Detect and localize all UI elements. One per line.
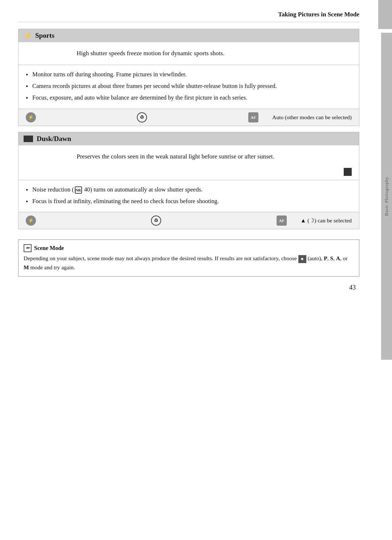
page-number: 43 — [18, 284, 359, 291]
dusk-settings-row: ⚡ ♻ AF ▲ (☽) can be selected — [18, 212, 359, 229]
dusk-title-row: Dusk/Dawn — [19, 132, 359, 145]
top-tab — [378, 0, 392, 29]
note-box: ✏ Scene Mode Depending on your subject, … — [18, 239, 359, 276]
sports-bullets: Monitor turns off during shooting. Frame… — [18, 65, 359, 109]
dusk-swatch — [344, 168, 352, 176]
sports-bullet-3: Focus, exposure, and auto white balance … — [26, 93, 352, 102]
auto-mode-icon: ■ — [298, 255, 306, 263]
sports-mode-icon: ⚡ — [24, 32, 32, 40]
note-pencil-icon: ✏ — [24, 244, 32, 252]
dusk-af-icon: AF — [277, 215, 287, 226]
sports-bullet-2: Camera records pictures at about three f… — [26, 82, 352, 91]
dusk-mode-icon — [24, 136, 33, 142]
sports-settings-row: ⚡ ♻ AF Auto (other modes can be selected… — [18, 109, 359, 126]
sports-title-row: ⚡ Sports — [19, 29, 359, 42]
side-tab-label: Basic Photography — [384, 177, 389, 216]
page-title: Taking Pictures in Scene Mode — [278, 11, 359, 18]
dusk-bullet-2: Focus is fixed at infinity, eliminating … — [26, 197, 352, 206]
dusk-bullet-1: Noise reduction (NR 40) turns on automat… — [26, 185, 352, 194]
sports-recycle-icon: ♻ — [137, 112, 147, 122]
note-body: Depending on your subject, scene mode ma… — [24, 254, 354, 271]
sports-description: High shutter speeds freeze motion for dy… — [19, 42, 359, 65]
sports-af-icon: AF — [248, 112, 258, 122]
noise-reduction-icon: NR — [75, 186, 82, 194]
dusk-title: Dusk/Dawn — [37, 135, 71, 143]
sports-title: Sports — [35, 32, 54, 40]
sports-flash-icon: ⚡ — [26, 112, 36, 122]
page-header: Taking Pictures in Scene Mode — [18, 11, 359, 22]
dusk-recycle-icon: ♻ — [151, 215, 161, 226]
dusk-af-label: ▲ (☽) can be selected — [301, 217, 352, 224]
sports-bullet-1: Monitor turns off during shooting. Frame… — [26, 70, 352, 79]
dusk-section: Dusk/Dawn Preserves the colors seen in t… — [18, 132, 359, 180]
sports-af-label: Auto (other modes can be selected) — [272, 114, 352, 121]
note-title-row: ✏ Scene Mode — [24, 244, 354, 252]
dusk-bullets: Noise reduction (NR 40) turns on automat… — [18, 180, 359, 213]
side-tab: Basic Photography — [381, 33, 392, 360]
note-title-text: Scene Mode — [34, 245, 64, 251]
dusk-description: Preserves the colors seen in the weak na… — [19, 145, 359, 168]
dusk-flash-icon: ⚡ — [26, 215, 36, 226]
sports-section: ⚡ Sports High shutter speeds freeze moti… — [18, 29, 359, 65]
